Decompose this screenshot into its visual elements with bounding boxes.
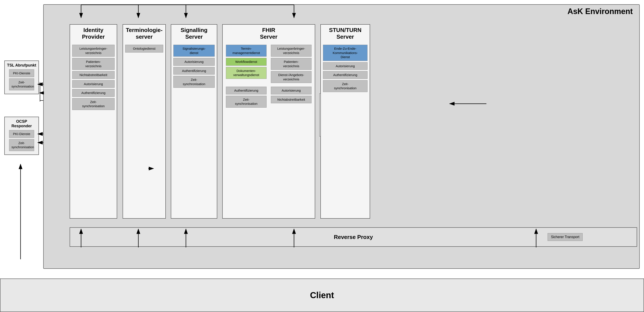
ask-environment: AsK Environment IdentityProvider Leistun… [43, 4, 640, 269]
identity-authentifizierung: Authentifizierung [72, 89, 114, 97]
signalling-dienst: Signalisierungs-dienst [174, 45, 215, 57]
fhir-top-cols: Termin-managementdienst Workflowdienst D… [223, 43, 315, 84]
fhir-dokumenten: Dokumenten-verwaltungsdienst [226, 67, 266, 79]
identity-zeit-sync: Zeit-synchronisation [72, 98, 114, 110]
ocsp-title: OCSP Responder [7, 119, 36, 128]
fhir-server-box: FHIRServer Termin-managementdienst Workf… [222, 24, 315, 219]
client-bar: Client [0, 279, 644, 312]
fhir-authentifizierung: Authentifizierung [226, 87, 266, 94]
identity-provider-title: IdentityProvider [70, 25, 117, 43]
signalling-zeit-sync: Zeit-synchronisation [174, 76, 215, 88]
signalling-server-box: SignallingServer Signalisierungs-dienst … [171, 24, 217, 219]
stunturn-zeit-sync: Zeit-synchronisation [323, 80, 368, 92]
identity-leistungserbringer: Leistungserbringer-verzeichnis [72, 45, 114, 57]
identity-provider-box: IdentityProvider Leistungserbringer-verz… [70, 24, 117, 219]
ocsp-zeit-sync: Zeit-synchronisation [9, 139, 34, 151]
terminologie-ontologiedienst: Ontologiedienst [125, 45, 163, 52]
identity-autorisierung: Autorisierung [72, 80, 114, 88]
fhir-leistungserbringer: Leistungserbringer-verzeichnis [271, 45, 312, 57]
ocsp-box: OCSP Responder PKI-Dienste Zeit-synchron… [4, 117, 39, 155]
tsl-zeit-sync: Zeit-synchronisation [9, 78, 34, 90]
terminologie-server-box: Terminologie-server Ontologiedienst [122, 24, 166, 219]
client-label: Client [310, 291, 334, 300]
stunturn-e2e: Ende-Zu-Ende-Kommunikations-Dienst [323, 45, 368, 61]
reverse-proxy-area: Reverse Proxy Sicherer Transport [70, 227, 637, 247]
fhir-dienst-angebots: Dienst-/Angebots-verzeichnis [271, 71, 312, 83]
stunturn-server-title: STUN/TURNServer [321, 25, 370, 43]
tsl-title: TSL Abrufpunkt [7, 63, 36, 68]
fhir-patienten: Patienten-verzeichnis [271, 58, 312, 70]
identity-patientenverzeichnis: Patienten-verzeichnis [72, 58, 114, 70]
signalling-authentifizierung: Authentifizierung [174, 67, 215, 75]
ocsp-pki-dienste: PKI-Dienste [9, 130, 34, 138]
reverse-proxy-label: Reverse Proxy [334, 234, 373, 241]
tsl-pki-dienste: PKI-Dienste [9, 69, 34, 77]
identity-nichtabstreitbarkeit: Nichtabstreitbarkeit [72, 71, 114, 79]
fhir-autorisierung: Autorisierung [271, 87, 312, 94]
fhir-left-col: Termin-managementdienst Workflowdienst D… [224, 43, 269, 84]
fhir-workflow: Workflowdienst [226, 58, 266, 66]
fhir-bottom: Authentifizierung Zeit-synchronisation A… [223, 84, 315, 109]
fhir-termin: Termin-managementdienst [226, 45, 266, 57]
fhir-zeit-sync: Zeit-synchronisation [226, 96, 266, 108]
servers-area: IdentityProvider Leistungserbringer-verz… [70, 18, 637, 221]
tsl-box: TSL Abrufpunkt PKI-Dienste Zeit-synchron… [4, 60, 39, 94]
fhir-bottom-left: Authentifizierung Zeit-synchronisation [224, 85, 269, 109]
stunturn-server-box: STUN/TURNServer Ende-Zu-Ende-Kommunikati… [320, 24, 370, 219]
ask-env-title: AsK Environment [568, 7, 633, 16]
diagram-container: TSL Abrufpunkt PKI-Dienste Zeit-synchron… [0, 0, 644, 312]
fhir-nichtabstreitbarkeit: Nichtabstreitbarkeit [271, 96, 312, 103]
signalling-autorisierung: Autorisierung [174, 58, 215, 66]
stunturn-authentifizierung: Authentifizierung [323, 71, 368, 79]
fhir-bottom-right: Autorisierung Nichtabstreitbarkeit [269, 85, 314, 109]
fhir-server-title: FHIRServer [223, 25, 315, 43]
terminologie-server-title: Terminologie-server [123, 25, 166, 43]
stunturn-autorisierung: Autorisierung [323, 62, 368, 70]
fhir-right-col: Leistungserbringer-verzeichnis Patienten… [269, 43, 314, 84]
signalling-server-title: SignallingServer [171, 25, 217, 43]
sicherer-transport: Sicherer Transport [548, 233, 582, 241]
